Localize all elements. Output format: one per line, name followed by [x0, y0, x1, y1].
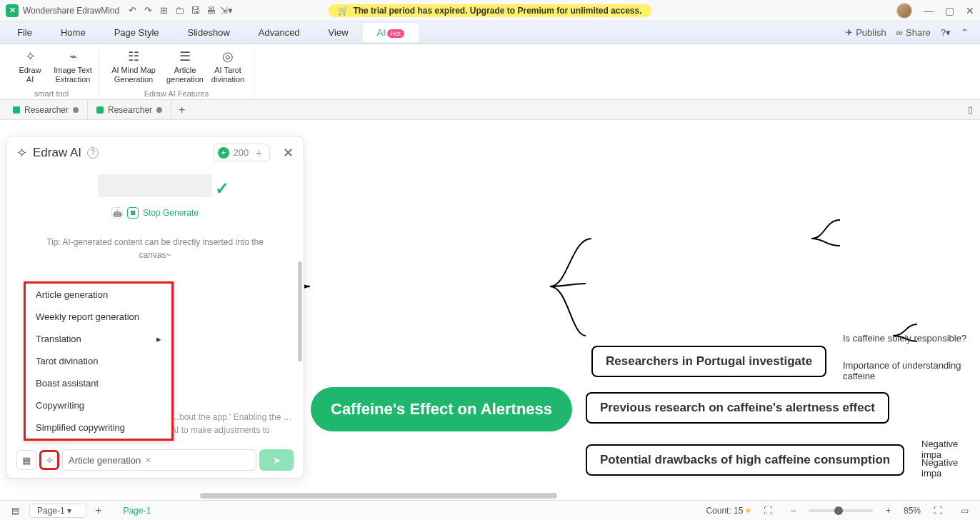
close-button[interactable]: ✕	[966, 5, 974, 16]
mindmap-leaf-node[interactable]: Is caffeine solely responsible?	[843, 333, 966, 344]
add-page-button[interactable]: +	[95, 504, 101, 517]
ai-mindmap-button[interactable]: ☷AI Mind MapGeneration	[105, 47, 162, 84]
insert-canvas-icon[interactable]: ▦	[16, 450, 36, 470]
open-icon[interactable]: 🗀	[174, 5, 185, 16]
horizontal-scrollbar[interactable]	[200, 493, 557, 499]
zoom-slider[interactable]	[809, 509, 873, 512]
ai-panel-title: Edraw AI	[33, 146, 81, 160]
add-tab-button[interactable]: +	[171, 104, 192, 116]
zoom-out-icon[interactable]: −	[785, 506, 801, 516]
tip-text: Tip: AI-generated content can be directl…	[16, 236, 294, 261]
menu-file[interactable]: File	[3, 23, 46, 42]
publish-button[interactable]: ✈ Publish	[845, 27, 886, 38]
popup-copywriting[interactable]: Copywriting	[26, 394, 171, 416]
ribbon-group-label: Edraw AI Features	[144, 89, 209, 99]
clear-chip-icon[interactable]: ✕	[145, 456, 151, 465]
check-icon: ✓	[215, 179, 229, 199]
mindmap-branch-node[interactable]: Previous research on caffeine's alertnes…	[586, 392, 889, 424]
tarot-button[interactable]: ◎AI Tarotdivination	[208, 47, 248, 84]
fit-page-icon[interactable]: ⛶	[758, 506, 778, 516]
stop-generate-button[interactable]: Stop Generate	[143, 208, 199, 218]
share-button[interactable]: ∞ Share	[896, 27, 931, 38]
maximize-button[interactable]: ▢	[945, 5, 954, 16]
ai-panel-header: ✧ Edraw AI ? ✦ 200 + ✕	[6, 136, 304, 169]
ai-mode-button[interactable]: ✧	[39, 450, 59, 470]
menu-page-style[interactable]: Page Style	[100, 23, 174, 42]
ai-panel-icon: ✧	[16, 145, 27, 161]
stop-generate-row: 🤖 Stop Generate	[16, 207, 294, 219]
credits-display[interactable]: ✦ 200 +	[213, 144, 270, 161]
outline-view-icon[interactable]: ▤	[6, 506, 25, 516]
menu-advanced[interactable]: Advanced	[244, 23, 314, 42]
popup-weekly-report[interactable]: Weekly report generation	[26, 306, 171, 328]
collapse-ribbon-icon[interactable]: ⌃	[961, 27, 969, 38]
ai-mode-popup: Article generation Weekly report generat…	[24, 281, 174, 441]
article-icon: ☰	[177, 49, 193, 64]
document-tabs: Researcher Researcher + ▯	[0, 100, 980, 120]
count-label: Count: 15 ♥	[706, 506, 751, 516]
undo-icon[interactable]: ↶	[126, 5, 138, 16]
sparkle-icon: ✧	[22, 49, 38, 64]
menu-view[interactable]: View	[314, 23, 363, 42]
scrollbar[interactable]	[298, 261, 302, 361]
help-icon[interactable]: ?	[87, 147, 99, 159]
ribbon-group-label: smart tool	[34, 89, 69, 99]
popup-translation[interactable]: Translation▸	[26, 328, 171, 350]
new-icon[interactable]: ⊞	[158, 5, 169, 16]
popup-article-generation[interactable]: Article generation	[26, 284, 171, 306]
menu-ai[interactable]: AIHot	[363, 23, 419, 42]
mindmap-icon: ☷	[126, 49, 141, 64]
backdrop-placeholder-text: …bout the app.' Enabling the … AI to mak…	[171, 411, 292, 436]
mindmap-root-node[interactable]: Caffeine's Effect on Alertness	[311, 387, 572, 431]
user-avatar[interactable]	[896, 3, 912, 19]
mindmap-branch-node[interactable]: Potential drawbacks of high caffeine con…	[586, 444, 904, 476]
menu-home[interactable]: Home	[46, 23, 100, 42]
add-credits-icon[interactable]: +	[253, 146, 265, 159]
popup-simplified-copywriting[interactable]: Simplified copywriting	[26, 416, 171, 439]
tarot-icon: ◎	[220, 49, 236, 64]
menu-slideshow[interactable]: Slideshow	[174, 23, 244, 42]
trial-banner[interactable]: 🛒 The trial period has expired. Upgrade …	[328, 4, 651, 17]
fullscreen-icon[interactable]: ⛶	[928, 506, 948, 516]
popup-tarot[interactable]: Tarot divination	[26, 350, 171, 372]
doc-tab[interactable]: Researcher	[4, 100, 88, 120]
page-selector[interactable]: Page-1 ▾	[29, 504, 86, 518]
credits-value: 200	[234, 147, 249, 158]
minimize-button[interactable]: —	[924, 5, 934, 16]
doc-icon	[96, 106, 104, 114]
export-icon[interactable]: ⇲▾	[221, 5, 232, 16]
app-name: Wondershare EdrawMind	[23, 6, 119, 16]
mindmap-leaf-node[interactable]: Importance of understanding caffeine	[843, 360, 980, 381]
ribbon-group-smart-tool: ✧EdrawAI ⌁Image TextExtraction smart too…	[4, 47, 99, 99]
zoom-in-icon[interactable]: +	[880, 506, 896, 516]
mindmap-branch-node[interactable]: Researchers in Portugal investigate	[591, 346, 826, 377]
article-generation-button[interactable]: ☰Articlegeneration	[165, 47, 205, 84]
edraw-ai-button[interactable]: ✧EdrawAI	[10, 47, 50, 84]
title-bar: ✕ Wondershare EdrawMind ↶ ↷ ⊞ 🗀 🖫 🖶 ⇲▾ 🛒…	[0, 0, 980, 21]
help-button[interactable]: ?▾	[941, 27, 951, 38]
hot-badge: Hot	[387, 29, 404, 38]
print-icon[interactable]: 🖶	[205, 5, 216, 16]
ai-prompt-input[interactable]: Article generation✕	[62, 449, 256, 471]
send-button[interactable]: ➤	[259, 449, 294, 471]
presentation-icon[interactable]: ▭	[955, 506, 974, 516]
canvas[interactable]: Caffeine's Effect on Alertness Researche…	[0, 120, 980, 500]
unsaved-dot-icon	[156, 107, 162, 113]
pane-toggle-icon[interactable]: ▯	[961, 104, 980, 115]
status-bar: ▤ Page-1 ▾ + Page-1 Count: 15 ♥ ⛶ − + 85…	[0, 500, 980, 520]
redo-icon[interactable]: ↷	[142, 5, 154, 16]
ai-panel-body: ✓ 🤖 Stop Generate Tip: AI-generated cont…	[6, 169, 304, 478]
doc-icon	[13, 106, 20, 114]
close-panel-icon[interactable]: ✕	[283, 145, 294, 161]
save-icon[interactable]: 🖫	[189, 5, 201, 16]
chevron-right-icon: ▸	[156, 334, 161, 344]
mindmap-leaf-node[interactable]: Negative impa	[921, 457, 980, 479]
active-page-label[interactable]: Page-1	[123, 506, 151, 516]
ai-input-row: ▦ ✧ Article generation✕ ➤	[16, 449, 294, 471]
stop-icon[interactable]	[127, 207, 139, 219]
doc-tab[interactable]: Researcher	[88, 100, 171, 120]
popup-boast[interactable]: Boast assistant	[26, 372, 171, 394]
image-text-extraction-button[interactable]: ⌁Image TextExtraction	[53, 47, 93, 84]
zoom-value: 85%	[904, 506, 921, 516]
menu-bar: File Home Page Style Slideshow Advanced …	[0, 21, 980, 44]
